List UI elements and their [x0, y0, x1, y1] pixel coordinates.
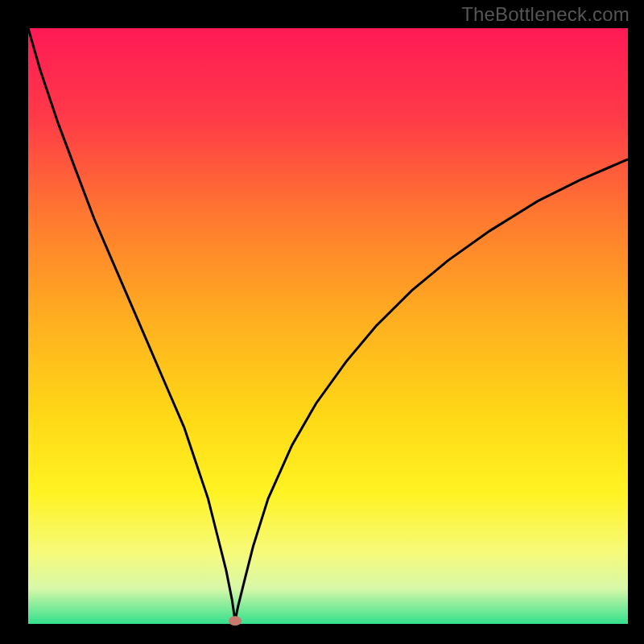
- watermark-text: TheBottleneck.com: [461, 3, 630, 26]
- minimum-point-dot: [229, 616, 242, 625]
- plot-area: [28, 28, 628, 624]
- chart-svg: [0, 0, 644, 644]
- chart-frame: TheBottleneck.com: [0, 0, 644, 644]
